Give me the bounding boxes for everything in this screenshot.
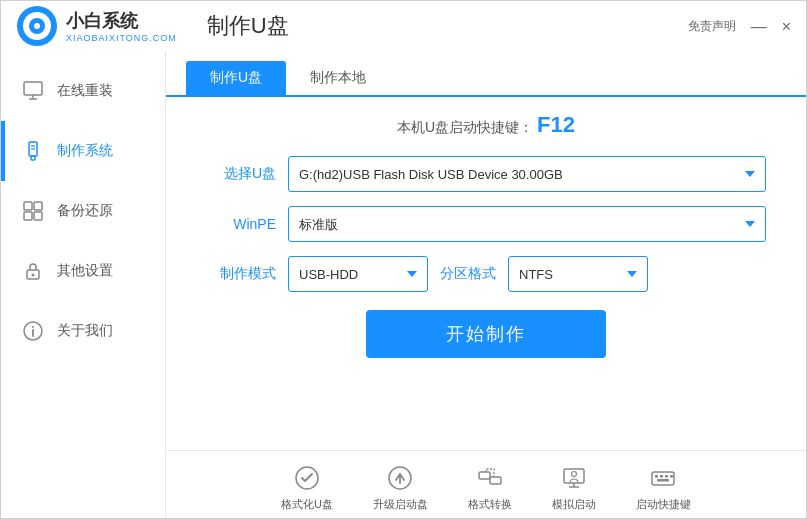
logo-area: 小白系统 XIAOBAIXITONG.COM	[16, 5, 177, 47]
sidebar-item-online-reinstall[interactable]: 在线重装	[1, 61, 165, 121]
main-layout: 在线重装 制作系统	[1, 51, 806, 519]
sidebar-label-make-system: 制作系统	[57, 142, 113, 160]
grid-icon	[21, 199, 45, 223]
info-icon	[21, 319, 45, 343]
svg-rect-31	[660, 475, 663, 478]
winpe-row: WinPE 标准版	[206, 206, 766, 242]
select-usb-row: 选择U盘 G:(hd2)USB Flash Disk USB Device 30…	[206, 156, 766, 192]
sidebar-label-other-settings: 其他设置	[57, 262, 113, 280]
svg-point-16	[32, 274, 35, 277]
sidebar-item-other-settings[interactable]: 其他设置	[1, 241, 165, 301]
bottom-toolbar: 格式化U盘 升级启动盘	[166, 450, 806, 519]
minimize-button[interactable]: —	[751, 18, 767, 34]
logo-sub-text: XIAOBAIXITONG.COM	[66, 33, 177, 43]
convert-icon	[475, 463, 505, 493]
title-bar-controls: 免责声明 — ×	[688, 18, 791, 35]
toolbar-item-boot-shortcut[interactable]: 启动快捷键	[636, 463, 691, 512]
svg-rect-12	[34, 202, 42, 210]
toolbar-label-boot-shortcut: 启动快捷键	[636, 497, 691, 512]
svg-point-3	[34, 23, 40, 29]
sidebar-item-about-us[interactable]: 关于我们	[1, 301, 165, 361]
content-area: 制作U盘 制作本地 本机U盘启动快捷键： F12 选择U盘 G:(hd2)USB…	[166, 51, 806, 519]
make-mode-dropdown[interactable]: USB-HDD	[288, 256, 428, 292]
partition-label: 分区格式	[440, 265, 496, 283]
svg-rect-8	[31, 156, 35, 160]
arrow-up-circle-icon	[385, 463, 415, 493]
shortcut-hint: 本机U盘启动快捷键： F12	[206, 112, 766, 138]
sidebar-label-backup-restore: 备份还原	[57, 202, 113, 220]
svg-point-28	[571, 472, 576, 477]
svg-rect-34	[657, 479, 669, 482]
tabs: 制作U盘 制作本地	[166, 51, 806, 97]
svg-rect-32	[665, 475, 668, 478]
title-bar: 小白系统 XIAOBAIXITONG.COM 制作U盘 免责声明 — ×	[1, 1, 806, 51]
toolbar-label-format-usb: 格式化U盘	[281, 497, 333, 512]
svg-rect-24	[490, 477, 501, 484]
svg-rect-4	[24, 82, 42, 95]
toolbar-label-upgrade-boot: 升级启动盘	[373, 497, 428, 512]
logo-text-area: 小白系统 XIAOBAIXITONG.COM	[66, 9, 177, 43]
monitor-icon	[21, 79, 45, 103]
make-mode-label: 制作模式	[206, 265, 276, 283]
disclaimer-button[interactable]: 免责声明	[688, 18, 736, 35]
active-bar	[1, 121, 5, 181]
sidebar-item-backup-restore[interactable]: 备份还原	[1, 181, 165, 241]
winpe-label: WinPE	[206, 216, 276, 232]
logo-main-text: 小白系统	[66, 9, 177, 33]
svg-point-19	[32, 326, 34, 328]
svg-rect-11	[24, 202, 32, 210]
svg-rect-14	[34, 212, 42, 220]
winpe-dropdown[interactable]: 标准版	[288, 206, 766, 242]
lock-icon	[21, 259, 45, 283]
tab-make-local[interactable]: 制作本地	[286, 61, 390, 95]
mode-row: 制作模式 USB-HDD 分区格式 NTFS	[206, 256, 766, 292]
svg-rect-33	[670, 475, 673, 478]
svg-rect-13	[24, 212, 32, 220]
select-usb-dropdown[interactable]: G:(hd2)USB Flash Disk USB Device 30.00GB	[288, 156, 766, 192]
svg-rect-29	[652, 472, 674, 485]
shortcut-key: F12	[537, 112, 575, 137]
computer-icon	[559, 463, 589, 493]
sidebar-label-about-us: 关于我们	[57, 322, 113, 340]
toolbar-item-simulate-boot[interactable]: 模拟启动	[552, 463, 596, 512]
keyboard-icon	[648, 463, 678, 493]
sidebar-label-online-reinstall: 在线重装	[57, 82, 113, 100]
shortcut-hint-text: 本机U盘启动快捷键：	[397, 119, 533, 135]
tab-make-usb[interactable]: 制作U盘	[186, 61, 286, 95]
select-usb-label: 选择U盘	[206, 165, 276, 183]
page-title: 制作U盘	[207, 11, 289, 41]
toolbar-label-format-convert: 格式转换	[468, 497, 512, 512]
sidebar: 在线重装 制作系统	[1, 51, 166, 519]
usb-icon	[21, 139, 45, 163]
toolbar-label-simulate-boot: 模拟启动	[552, 497, 596, 512]
close-button[interactable]: ×	[782, 18, 791, 34]
svg-rect-30	[655, 475, 658, 478]
logo-icon	[16, 5, 58, 47]
svg-rect-23	[479, 472, 490, 479]
form-area: 本机U盘启动快捷键： F12 选择U盘 G:(hd2)USB Flash Dis…	[166, 97, 806, 450]
partition-format-dropdown[interactable]: NTFS	[508, 256, 648, 292]
check-circle-icon	[292, 463, 322, 493]
toolbar-item-format-usb[interactable]: 格式化U盘	[281, 463, 333, 512]
start-make-button[interactable]: 开始制作	[366, 310, 606, 358]
toolbar-item-format-convert[interactable]: 格式转换	[468, 463, 512, 512]
toolbar-item-upgrade-boot[interactable]: 升级启动盘	[373, 463, 428, 512]
sidebar-item-make-system[interactable]: 制作系统	[1, 121, 165, 181]
